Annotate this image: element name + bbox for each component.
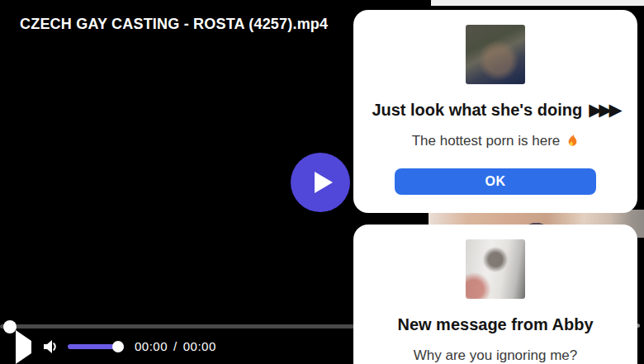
popup-thumbnail[interactable]: [466, 239, 525, 299]
volume-mute-button[interactable]: [42, 337, 60, 357]
ok-button[interactable]: OK: [395, 168, 596, 195]
popup-subtext: The hottest porn is here: [353, 133, 637, 149]
time-separator: /: [173, 339, 178, 353]
play-icon: [16, 330, 31, 364]
page-background-strip: [431, 0, 644, 6]
popup-subtext: Why are you ignoring me?: [353, 347, 637, 364]
triple-arrow-icon: ▶▶▶: [589, 100, 618, 120]
popup-card-promo[interactable]: Just look what she's doing▶▶▶ The hottes…: [353, 10, 637, 213]
video-player-page: CZECH GAY CASTING - ROSTA (4257).mp4 00:…: [0, 0, 644, 364]
popup-heading: New message from Abby: [353, 315, 637, 333]
volume-knob[interactable]: [112, 341, 124, 352]
play-button[interactable]: [15, 336, 31, 357]
popup-thumbnail[interactable]: [466, 25, 525, 84]
fire-icon: [564, 134, 579, 149]
seek-knob[interactable]: [3, 320, 17, 333]
duration: 00:00: [183, 339, 216, 353]
big-play-button[interactable]: [291, 153, 350, 212]
current-time: 00:00: [135, 339, 168, 353]
video-title: CZECH GAY CASTING - ROSTA (4257).mp4: [20, 16, 328, 33]
play-icon: [315, 172, 333, 193]
popup-heading: Just look what she's doing▶▶▶: [353, 101, 637, 119]
time-display: 00:00 / 00:00: [135, 339, 216, 353]
popup-card-message[interactable]: New message from Abby Why are you ignori…: [353, 225, 637, 364]
speaker-icon: [42, 337, 60, 357]
